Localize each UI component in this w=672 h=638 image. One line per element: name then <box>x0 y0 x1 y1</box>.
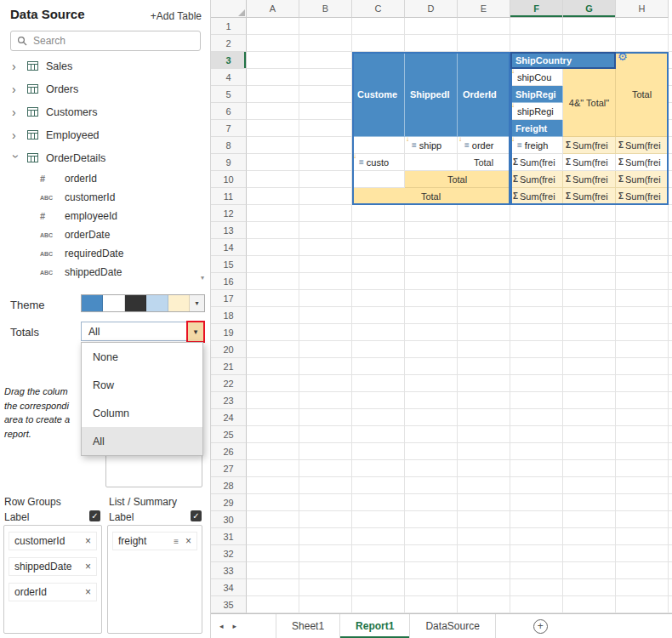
cell-H8[interactable]: ΣSum(frei <box>616 137 669 154</box>
row-header-21[interactable]: 21 <box>211 358 247 375</box>
cell-C11[interactable]: Total <box>352 188 510 205</box>
row-header-24[interactable]: 24 <box>211 409 247 426</box>
cell-E8[interactable]: ↓≡order <box>458 137 510 154</box>
search-box[interactable] <box>10 31 201 51</box>
theme-swatch-3[interactable] <box>146 295 168 311</box>
row-header-18[interactable]: 18 <box>211 307 247 324</box>
cell-G10[interactable]: ΣSum(frei <box>563 171 616 188</box>
search-input[interactable] <box>33 35 194 47</box>
row-header-11[interactable]: 11 <box>211 188 247 205</box>
add-sheet-button[interactable]: + <box>533 619 548 634</box>
cell-H9[interactable]: ΣSum(frei <box>616 154 669 171</box>
sheet-tab-sheet1[interactable]: Sheet1 <box>276 614 340 638</box>
totals-option-all[interactable]: All <box>82 427 202 455</box>
cell-E9[interactable]: Total <box>458 154 510 171</box>
row-header-12[interactable]: 12 <box>211 205 247 222</box>
row-header-7[interactable]: 7 <box>211 120 247 137</box>
row-header-32[interactable]: 32 <box>211 545 247 562</box>
remove-chip-icon[interactable]: × <box>85 535 91 547</box>
row-header-34[interactable]: 34 <box>211 579 247 596</box>
row-header-26[interactable]: 26 <box>211 443 247 460</box>
expand-chevron-icon[interactable]: › <box>12 131 20 140</box>
cell-F5[interactable]: ShipRegi <box>510 86 563 103</box>
row-header-25[interactable]: 25 <box>211 426 247 443</box>
row-header-31[interactable]: 31 <box>211 528 247 545</box>
expand-chevron-icon[interactable]: › <box>12 154 20 162</box>
row-header-22[interactable]: 22 <box>211 375 247 392</box>
row-header-1[interactable]: 1 <box>211 18 247 35</box>
row-header-5[interactable]: 5 <box>211 86 247 103</box>
sidebar-table-orderdetails[interactable]: ›OrderDetails <box>0 146 211 169</box>
cell-F11[interactable]: ΣSum(frei <box>510 188 563 205</box>
row-header-29[interactable]: 29 <box>211 494 247 511</box>
column-header-d[interactable]: D <box>405 0 458 18</box>
column-header-f[interactable]: F <box>510 0 563 18</box>
remove-chip-icon[interactable]: × <box>185 535 191 547</box>
cell-settings-gear-icon[interactable]: ⚙ <box>618 51 628 62</box>
row-header-35[interactable]: 35 <box>211 596 247 613</box>
expand-chevron-icon[interactable]: › <box>12 108 20 117</box>
cell-G8[interactable]: ΣSum(frei <box>563 137 616 154</box>
chip-orderid[interactable]: orderId× <box>9 583 97 601</box>
cell-E3[interactable]: OrderId <box>458 52 510 137</box>
row-header-19[interactable]: 19 <box>211 324 247 341</box>
cell-G11[interactable]: ΣSum(frei <box>563 188 616 205</box>
remove-chip-icon[interactable]: × <box>85 561 91 572</box>
row-header-6[interactable]: 6 <box>211 103 247 120</box>
tree-scroll-down-icon[interactable]: ▾ <box>201 274 204 282</box>
theme-picker[interactable]: ▾ <box>81 294 205 312</box>
row-header-2[interactable]: 2 <box>211 35 247 52</box>
expand-chevron-icon[interactable]: › <box>12 85 20 94</box>
select-all-corner[interactable] <box>211 0 247 18</box>
column-header-a[interactable]: A <box>247 0 299 18</box>
theme-swatch-1[interactable] <box>103 295 124 311</box>
theme-swatch-2[interactable] <box>125 295 146 311</box>
row-header-4[interactable]: 4 <box>211 69 247 86</box>
sidebar-table-customers[interactable]: ›Customers <box>0 100 211 123</box>
totals-option-none[interactable]: None <box>82 343 202 371</box>
cell-F7[interactable]: Freight <box>510 120 563 137</box>
sheet-tab-report1[interactable]: Report1 <box>340 614 410 638</box>
grid-cells-area[interactable]: CustomeShippedIOrderIdShipCountryTotal↓s… <box>247 18 672 613</box>
cell-F6[interactable]: ↓shipRegi <box>510 103 563 120</box>
cell-H3[interactable]: Total <box>616 52 669 137</box>
column-header-b[interactable]: B <box>299 0 352 18</box>
row-header-17[interactable]: 17 <box>211 290 247 307</box>
field-employeeid[interactable]: #employeeId <box>0 207 211 225</box>
row-header-28[interactable]: 28 <box>211 477 247 494</box>
row-header-8[interactable]: 8 <box>211 137 247 154</box>
row-groups-drop-box[interactable]: customerId×shippedDate×orderId× <box>3 525 102 634</box>
theme-swatch-4[interactable] <box>168 295 190 311</box>
cell-C3[interactable]: Custome <box>352 52 405 137</box>
theme-dropdown-arrow-icon[interactable]: ▾ <box>190 295 204 311</box>
field-orderid[interactable]: #orderId <box>0 169 211 188</box>
field-shippeddate[interactable]: ABCshippedDate <box>0 263 211 282</box>
row-header-3[interactable]: 3 <box>211 52 247 69</box>
cell-C8[interactable] <box>352 137 405 154</box>
row-header-30[interactable]: 30 <box>211 511 247 528</box>
theme-swatch-0[interactable] <box>82 295 103 311</box>
field-requireddate[interactable]: ABCrequiredDate <box>0 244 211 263</box>
sidebar-table-orders[interactable]: ›Orders <box>0 77 211 100</box>
cell-G9[interactable]: ΣSum(frei <box>563 154 616 171</box>
cell-F8[interactable]: ↓≡freigh <box>510 137 563 154</box>
cell-D9[interactable] <box>405 154 458 171</box>
cell-F10[interactable]: ΣSum(frei <box>510 171 563 188</box>
row-header-20[interactable]: 20 <box>211 341 247 358</box>
totals-dropdown-arrow-icon[interactable]: ▾ <box>186 321 205 343</box>
list-summary-drop-box[interactable]: freight≡× <box>107 525 202 634</box>
column-header-g[interactable]: G <box>563 0 616 18</box>
row-header-16[interactable]: 16 <box>211 273 247 290</box>
cell-C9[interactable]: ↓≡custo <box>352 154 405 171</box>
totals-dropdown[interactable]: All ▾ <box>81 322 205 341</box>
row-groups-label-checkbox[interactable]: ✓ <box>89 510 100 521</box>
totals-option-row[interactable]: Row <box>82 371 202 399</box>
row-header-27[interactable]: 27 <box>211 460 247 477</box>
row-header-10[interactable]: 10 <box>211 171 247 188</box>
cell-D10[interactable]: Total <box>405 171 510 188</box>
cell-H10[interactable]: ΣSum(frei <box>616 171 669 188</box>
chip-shippeddate[interactable]: shippedDate× <box>9 557 97 576</box>
chip-customerid[interactable]: customerId× <box>9 532 97 550</box>
cell-F9[interactable]: ΣSum(frei <box>510 154 563 171</box>
totals-option-column[interactable]: Column <box>82 399 202 427</box>
